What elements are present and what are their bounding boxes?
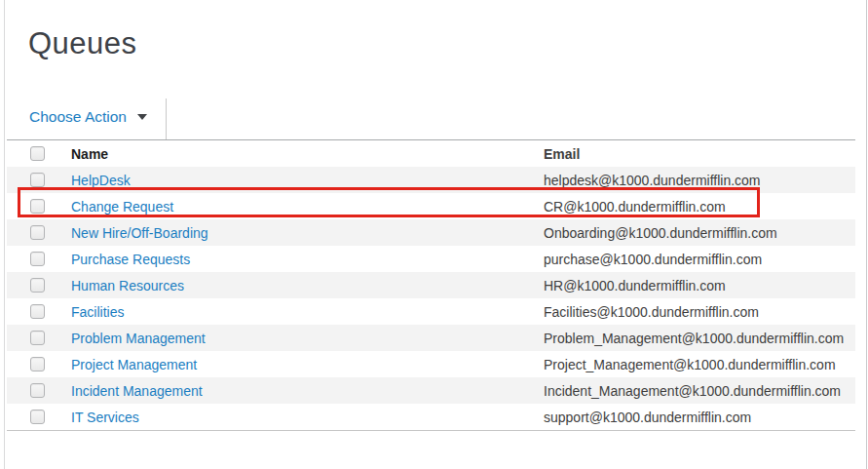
select-all-checkbox[interactable] <box>30 146 45 161</box>
table-row: New Hire/Off-Boarding Onboarding@k1000.d… <box>7 219 855 246</box>
queue-email: Facilities@k1000.dundermifflin.com <box>544 304 855 320</box>
queue-email: Project_Management@k1000.dundermifflin.c… <box>544 357 855 372</box>
queue-name-link[interactable]: IT Services <box>71 410 139 425</box>
checkbox-cell <box>7 199 71 214</box>
checkbox-cell <box>7 304 71 319</box>
table-row: Facilities Facilities@k1000.dundermiffli… <box>7 298 855 325</box>
checkbox-cell <box>7 383 71 398</box>
column-header-name[interactable]: Name <box>71 146 544 162</box>
table-row: IT Services support@k1000.dundermifflin.… <box>7 404 855 430</box>
page-title: Queues <box>28 26 137 61</box>
queues-table: Name Email HelpDesk helpdesk@k1000.dunde… <box>7 139 855 431</box>
queue-name-link[interactable]: Change Request <box>71 199 173 215</box>
queue-name-link[interactable]: Purchase Requests <box>71 252 190 267</box>
checkbox-cell <box>7 173 71 187</box>
checkbox-cell <box>7 252 71 266</box>
queue-name-link[interactable]: Project Management <box>71 357 197 372</box>
checkbox-cell <box>7 331 71 345</box>
row-checkbox[interactable] <box>30 225 45 240</box>
queue-email: Problem_Management@k1000.dundermifflin.c… <box>544 331 855 346</box>
queue-name-link[interactable]: New Hire/Off-Boarding <box>71 225 208 241</box>
choose-action-button[interactable]: Choose Action <box>29 108 147 126</box>
checkbox-cell <box>7 225 71 240</box>
table-row: Project Management Project_Management@k1… <box>7 351 855 377</box>
queue-email: Incident_Management@k1000.dundermifflin.… <box>544 383 855 399</box>
row-checkbox[interactable] <box>30 357 45 371</box>
table-row: Human Resources HR@k1000.dundermifflin.c… <box>7 272 855 298</box>
queue-email: HR@k1000.dundermifflin.com <box>544 278 855 293</box>
column-header-email[interactable]: Email <box>544 146 855 162</box>
row-checkbox[interactable] <box>30 252 45 266</box>
row-checkbox[interactable] <box>30 331 45 345</box>
queue-name-link[interactable]: HelpDesk <box>71 173 131 188</box>
row-checkbox[interactable] <box>30 383 45 398</box>
toolbar-divider <box>166 98 167 139</box>
table-row: HelpDesk helpdesk@k1000.dundermifflin.co… <box>7 167 855 193</box>
table-row: Change Request CR@k1000.dundermifflin.co… <box>7 193 855 219</box>
chevron-down-icon <box>137 114 147 120</box>
queue-name-link[interactable]: Human Resources <box>71 278 184 293</box>
content-right-border <box>866 0 867 469</box>
choose-action-label: Choose Action <box>29 108 127 126</box>
queue-email: purchase@k1000.dundermifflin.com <box>544 252 855 267</box>
row-checkbox[interactable] <box>30 410 45 424</box>
table-row: Incident Management Incident_Management@… <box>7 377 855 404</box>
checkbox-cell <box>7 278 71 293</box>
queue-name-link[interactable]: Problem Management <box>71 331 206 346</box>
queue-name-link[interactable]: Facilities <box>71 304 124 320</box>
content-left-border <box>4 0 5 469</box>
queue-email: helpdesk@k1000.dundermifflin.com <box>544 173 855 188</box>
table-body: HelpDesk helpdesk@k1000.dundermifflin.co… <box>7 167 855 431</box>
table-row: Problem Management Problem_Management@k1… <box>7 325 855 351</box>
checkbox-cell <box>7 357 71 371</box>
queue-email: Onboarding@k1000.dundermifflin.com <box>544 225 855 241</box>
row-checkbox[interactable] <box>30 304 45 319</box>
table-header: Name Email <box>7 140 855 167</box>
queue-email: support@k1000.dundermifflin.com <box>544 410 855 425</box>
row-checkbox[interactable] <box>30 173 45 187</box>
table-row: Purchase Requests purchase@k1000.dunderm… <box>7 246 855 272</box>
queue-name-link[interactable]: Incident Management <box>71 383 203 399</box>
checkbox-cell <box>7 410 71 424</box>
row-checkbox[interactable] <box>30 278 45 293</box>
queue-email: CR@k1000.dundermifflin.com <box>544 199 855 215</box>
action-bar: Choose Action <box>29 105 147 129</box>
row-checkbox[interactable] <box>30 199 45 214</box>
